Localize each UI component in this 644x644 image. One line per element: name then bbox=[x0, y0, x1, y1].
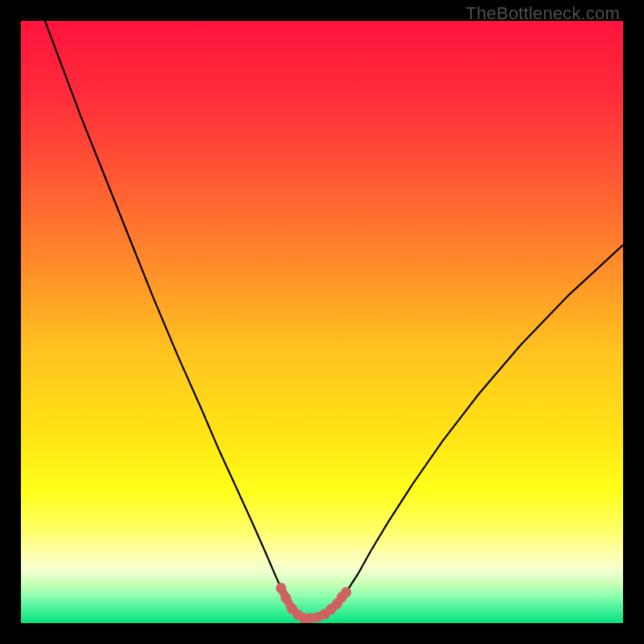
chart-frame: TheBottleneck.com bbox=[0, 0, 644, 644]
marker-dot bbox=[341, 587, 351, 597]
plot-area bbox=[21, 21, 623, 623]
watermark-text: TheBottleneck.com bbox=[465, 3, 620, 24]
curve-layer bbox=[21, 21, 623, 623]
bottleneck-curve bbox=[45, 21, 623, 618]
marker-dot bbox=[281, 592, 291, 603]
marker-dot bbox=[276, 583, 287, 593]
